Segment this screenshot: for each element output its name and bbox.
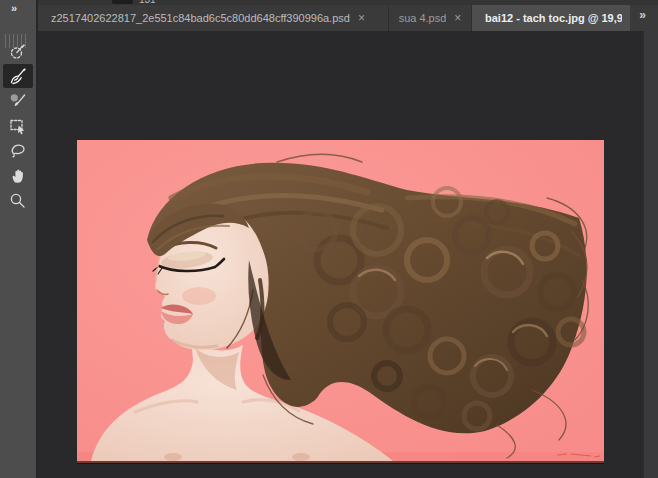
brush-icon [8,91,28,111]
document-tab-1[interactable]: z2517402622817_2e551c84bad6c5c80dd648cff… [38,5,389,31]
hand-icon [8,166,28,186]
refine-edge-brush-tool-button[interactable] [3,64,33,88]
tab-1-close-icon[interactable]: × [358,12,365,24]
document-tab-2[interactable]: sua 4.psd × [389,5,472,31]
clipped-slider-value: 131 [139,0,156,5]
quick-selection-tool-button[interactable] [3,39,33,63]
lasso-icon [8,141,28,161]
marquee-arrow-icon [8,116,28,136]
document-image[interactable] [77,140,604,463]
tool-list [0,39,36,214]
zoom-tool-button[interactable] [3,189,33,213]
brush-tool-button[interactable] [3,89,33,113]
lasso-tool-button[interactable] [3,139,33,163]
photoshop-select-and-mask-window: { "top_edge": { "clipped_value": "131" }… [0,0,658,478]
hand-tool-button[interactable] [3,164,33,188]
magnifier-icon [8,191,28,211]
refine-edge-brush-icon [8,66,28,86]
canvas-work-area [38,31,644,478]
tab-overflow-icon[interactable]: » [630,4,654,26]
tab-2-close-icon[interactable]: × [454,12,461,24]
clipped-slider-knob [112,0,133,4]
tab-1-filename: z2517402622817_2e551c84bad6c5c80dd648cff… [51,12,350,24]
expand-panels-icon[interactable]: » [0,2,36,18]
tools-panel: » [0,0,38,478]
object-selection-tool-button[interactable] [3,114,33,138]
document-tab-active[interactable]: bai12 - tach toc.jpg @ 19,9 [472,5,630,31]
quick-selection-icon [8,41,28,61]
tab-2-filename: sua 4.psd [399,12,447,24]
document-tab-bar: z2517402622817_2e551c84bad6c5c80dd648cff… [38,0,658,31]
active-tab-filename: bai12 - tach toc.jpg @ 19,9 [485,12,622,24]
collapsed-panel-strip[interactable] [643,31,658,478]
